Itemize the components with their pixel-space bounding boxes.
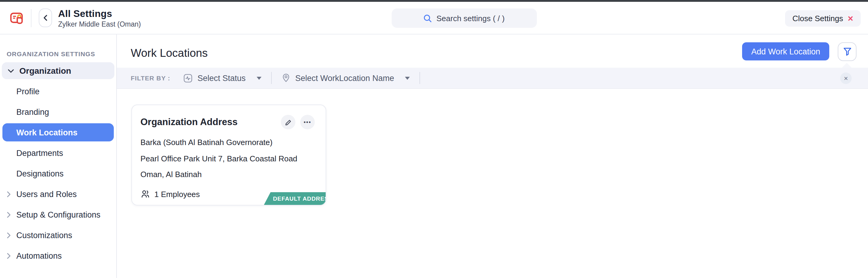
sidebar-item-label: Organization: [19, 66, 71, 75]
edit-button[interactable]: [281, 115, 296, 129]
sidebar-nav: Profile Branding Work Locations Departme…: [0, 81, 116, 266]
filter-bar: FILTER BY : Select Status Select Work: [117, 68, 868, 89]
default-address-badge: DEFAULT ADDRESS: [264, 192, 326, 205]
card-header: Organization Address •••: [132, 105, 326, 129]
search-settings-box[interactable]: [392, 8, 537, 28]
filter-funnel-icon: [842, 47, 852, 56]
sidebar-item-departments[interactable]: Departments: [0, 143, 116, 163]
chevron-right-icon: [7, 191, 11, 197]
people-icon: [141, 189, 150, 199]
sidebar-item-setup-configurations[interactable]: Setup & Configurations: [0, 204, 116, 225]
worklocation-filter-value: Select WorkLocation Name: [296, 73, 394, 82]
sidebar-item-designations[interactable]: Designations: [0, 163, 116, 184]
sidebar-item-branding[interactable]: Branding: [0, 102, 116, 122]
employees-count: 1 Employees: [141, 189, 200, 199]
page-title-block: All Settings Zylker Middle East (Oman): [58, 8, 141, 28]
location-pin-icon: [281, 73, 290, 83]
more-button[interactable]: •••: [300, 115, 315, 129]
sidebar-item-label: Automations: [17, 251, 62, 260]
sidebar-item-label: Customizations: [17, 231, 72, 240]
filter-by-label: FILTER BY :: [131, 74, 170, 81]
sidebar-item-users-and-roles[interactable]: Users and Roles: [0, 184, 116, 204]
clear-filter-button[interactable]: ✕: [840, 72, 851, 84]
main-header: Work Locations Add Work Location: [117, 34, 868, 68]
sidebar-item-customizations[interactable]: Customizations: [0, 225, 116, 245]
card-title: Organization Address: [141, 117, 238, 128]
app-logo-icon[interactable]: [9, 10, 25, 26]
work-location-card[interactable]: Organization Address •••: [131, 105, 326, 206]
sidebar-item-organization[interactable]: Organization: [2, 62, 115, 79]
filter-bar-notch: [842, 63, 851, 68]
chevron-right-icon: [7, 211, 11, 218]
chevron-right-icon: [7, 252, 11, 259]
status-filter-value: Select Status: [197, 73, 245, 82]
page-title: All Settings: [58, 8, 141, 19]
header: All Settings Zylker Middle East (Oman) C…: [0, 2, 868, 34]
address-block: Barka (South Al Batinah Governorate) Pea…: [141, 135, 326, 183]
close-settings-button[interactable]: Close Settings ✕: [785, 10, 861, 27]
main-title: Work Locations: [131, 46, 208, 60]
worklocation-filter-dropdown[interactable]: Select WorkLocation Name: [281, 73, 410, 83]
sidebar-section-label: ORGANIZATION SETTINGS: [7, 50, 116, 58]
main-content: Work Locations Add Work Location FILTER …: [117, 34, 868, 278]
ellipsis-icon: •••: [304, 119, 311, 125]
pencil-icon: [284, 118, 292, 126]
search-input[interactable]: [436, 13, 527, 23]
close-icon: ✕: [847, 14, 854, 23]
employees-label: 1 Employees: [154, 189, 200, 199]
organization-subtitle: Zylker Middle East (Oman): [58, 20, 141, 28]
caret-down-icon: [405, 76, 410, 79]
add-work-location-button[interactable]: Add Work Location: [742, 42, 829, 61]
address-line: Barka (South Al Batinah Governorate): [141, 135, 326, 151]
chevron-left-icon: [43, 14, 48, 21]
chevron-right-icon: [7, 232, 11, 238]
app-window: All Settings Zylker Middle East (Oman) C…: [0, 0, 868, 278]
address-line: Pearl Office Park Unit 7, Barka Coastal …: [141, 151, 326, 167]
close-icon: ✕: [843, 75, 848, 81]
sidebar-item-automations[interactable]: Automations: [0, 245, 116, 266]
close-settings-label: Close Settings: [792, 14, 843, 23]
sidebar-item-work-locations[interactable]: Work Locations: [2, 123, 114, 141]
card-actions: •••: [281, 115, 315, 129]
sidebar: ORGANIZATION SETTINGS Organization Profi…: [0, 34, 117, 278]
caret-down-icon: [257, 76, 261, 79]
work-locations-list: Organization Address •••: [117, 89, 868, 206]
back-button[interactable]: [39, 8, 52, 27]
filter-divider: [420, 72, 420, 84]
status-filter-dropdown[interactable]: Select Status: [183, 73, 261, 82]
sidebar-item-profile[interactable]: Profile: [0, 81, 116, 102]
search-icon: [423, 13, 432, 23]
filter-toggle-button[interactable]: [838, 42, 857, 61]
status-pulse-icon: [183, 73, 192, 82]
address-line: Oman, Al Batinah: [141, 167, 326, 183]
header-divider: [31, 9, 31, 27]
sidebar-item-label: Users and Roles: [17, 189, 77, 199]
sidebar-item-label: Setup & Configurations: [17, 210, 100, 219]
chevron-down-icon: [8, 68, 14, 73]
filter-divider: [271, 72, 272, 84]
